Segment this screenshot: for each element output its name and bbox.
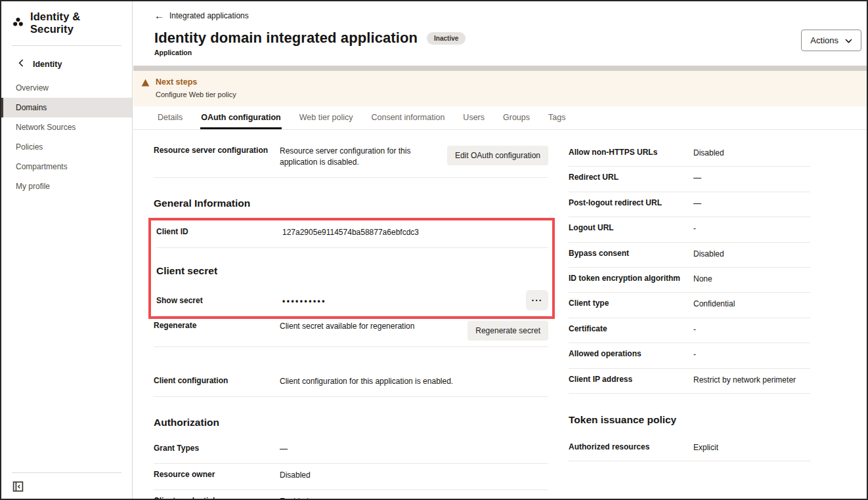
authorized-resources-row: Authorized resources Explicit [569,436,810,461]
banner-title: Next steps [156,77,236,87]
tab-users[interactable]: Users [462,106,485,129]
regenerate-secret-button[interactable]: Regenerate secret [467,321,548,341]
field-value: Resource server configuration for this a… [280,146,447,169]
back-arrow-icon: ← [154,10,164,20]
field-value: — [693,173,810,184]
page-subtitle: Application [154,49,867,56]
sidebar: Identity & Security Identity Overview Do… [1,1,133,499]
sidebar-item-network-sources[interactable]: Network Sources [1,117,132,137]
field-label: Show secret [156,296,282,305]
sidebar-back-identity[interactable]: Identity [1,46,132,74]
field-value: — [280,444,548,455]
client-type-row: Client type Confidential [569,293,810,318]
app-window: Identity & Security Identity Overview Do… [0,0,868,500]
field-label: Regenerate [154,321,280,330]
grant-types-row: Grant Types — [154,438,548,464]
tab-tags[interactable]: Tags [548,106,566,129]
left-column: Resource server configuration Resource s… [154,142,548,499]
field-label: Client credentials [154,496,280,499]
actions-button-label: Actions [810,35,838,45]
field-label: Client type [569,299,693,308]
client-configuration-row: Client configuration Client configuratio… [154,370,548,396]
edit-oauth-configuration-button[interactable]: Edit OAuth configuration [447,146,548,165]
field-label: Certificate [569,324,693,333]
tab-groups[interactable]: Groups [502,106,531,129]
bypass-consent-row: Bypass consent Disabled [569,243,810,268]
sidebar-item-compartments[interactable]: Compartments [1,157,132,177]
header-divider-bar [133,66,867,71]
resource-server-configuration-row: Resource server configuration Resource s… [154,142,548,178]
collapse-sidebar-icon[interactable] [12,481,24,492]
chevron-down-icon [845,35,852,45]
field-value: None [693,274,810,285]
field-label: Allow non-HTTPS URLs [569,148,693,157]
field-label: Resource owner [154,470,280,479]
field-label: Resource server configuration [154,146,280,155]
field-label: Authorized resources [569,442,693,451]
back-link-integrated-applications[interactable]: ← Integrated applications [154,10,249,20]
client-id-row: Client ID 127a2905e9114574ba58877a6ebfcd… [156,222,548,248]
client-ip-address-row: Client IP address Restrict by network pe… [569,369,810,394]
field-value: Disabled [280,470,548,481]
field-label: ID token encryption algorithm [569,274,693,283]
sidebar-title: Identity & Security [1,1,132,35]
warning-icon [141,79,150,87]
field-value: - [693,349,810,360]
sidebar-item-overview[interactable]: Overview [1,78,132,98]
sidebar-nav: Overview Domains Network Sources Policie… [1,78,132,196]
status-badge: Inactive [427,32,466,45]
regenerate-row: Regenerate Client secret available for r… [154,319,548,347]
right-column: Allow non-HTTPS URLs Disabled Redirect U… [569,142,810,499]
field-value: Explicit [693,442,810,453]
field-label: Allowed operations [569,349,693,358]
tab-bar: Details OAuth configuration Web tier pol… [133,106,867,130]
page-title: Identity domain integrated application [154,30,418,47]
field-value: — [693,198,810,209]
next-steps-banner: Next steps Configure Web tier policy [133,71,867,106]
actions-button[interactable]: Actions [801,30,861,51]
client-id-value: 127a2905e9114574ba58877a6ebfcdc3 [282,227,548,238]
field-value: Client configuration for this applicatio… [280,376,548,387]
field-value: Disabled [693,148,810,159]
chevron-left-icon [18,59,24,69]
show-secret-row: Show secret •••••••••• ··· [156,287,548,316]
sidebar-footer-divider [12,472,121,473]
field-value: - [693,223,810,234]
general-information-heading: General Information [154,198,548,209]
token-issuance-policy-heading: Token issuance policy [569,414,810,426]
field-label: Logout URL [569,223,693,232]
field-label: Bypass consent [569,249,693,258]
secret-menu-button[interactable]: ··· [526,290,548,310]
sidebar-title-label: Identity & Security [30,10,123,35]
field-label: Redirect URL [569,173,693,182]
field-label: Client ID [156,227,282,236]
allow-non-https-urls-row: Allow non-HTTPS URLs Disabled [569,142,810,167]
identity-security-icon [12,16,24,30]
sidebar-footer [1,463,132,499]
logout-url-row: Logout URL - [569,217,810,242]
sidebar-item-domains[interactable]: Domains [1,98,132,117]
field-value: Enabled [280,496,548,499]
field-value: Disabled [693,249,810,260]
masked-secret-value: •••••••••• [282,293,526,307]
tab-oauth-configuration[interactable]: OAuth configuration [200,106,282,129]
authorization-heading: Authorization [154,417,548,428]
tab-web-tier-policy[interactable]: Web tier policy [299,106,354,129]
field-label: Post-logout redirect URL [569,198,693,207]
tab-consent-information[interactable]: Consent information [370,106,445,129]
field-label: Client configuration [154,376,280,385]
field-value: Confidential [693,299,810,310]
sidebar-item-policies[interactable]: Policies [1,137,132,157]
field-value: Restrict by network perimeter [693,375,810,386]
client-credentials-row: Client credentials Enabled [154,490,548,499]
sidebar-back-label: Identity [33,60,62,69]
field-label: Client IP address [569,375,693,384]
red-highlight-box: Client ID 127a2905e9114574ba58877a6ebfcd… [148,218,555,319]
tab-details[interactable]: Details [157,106,183,129]
allowed-operations-row: Allowed operations - [569,343,810,368]
redirect-url-row: Redirect URL — [569,167,810,192]
main-area: ← Integrated applications Identity domai… [133,1,867,499]
field-value: Client secret available for regeneration [280,321,467,332]
tab-content: Resource server configuration Resource s… [133,130,867,499]
sidebar-item-my-profile[interactable]: My profile [1,177,132,196]
